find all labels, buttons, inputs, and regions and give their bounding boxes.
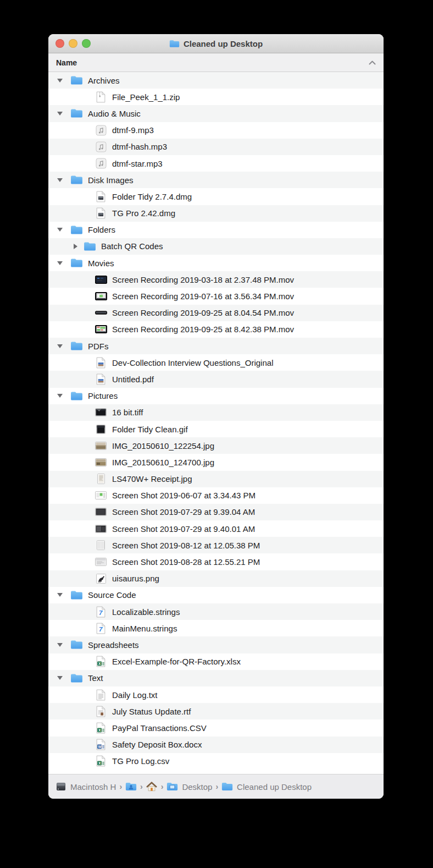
file-row[interactable]: File_Peek_1_1.zip: [48, 89, 384, 105]
file-row[interactable]: Screen Recording 2019-03-18 at 2.37.48 P…: [48, 271, 384, 288]
disclosure-triangle[interactable]: [57, 177, 63, 183]
file-row[interactable]: WSafety Deposit Box.docx: [48, 737, 384, 753]
path-item[interactable]: [146, 781, 158, 793]
file-row[interactable]: Daily Log.txt: [48, 686, 384, 703]
shot-gray-icon: [95, 556, 107, 568]
file-name: Audio & Music: [88, 109, 141, 118]
file-row[interactable]: dtmf-9.mp3: [48, 122, 384, 139]
file-name: PDFs: [88, 342, 109, 351]
file-row[interactable]: Folder Tidy 2.7.4.dmg: [48, 188, 384, 205]
disclosure-triangle[interactable]: [57, 78, 63, 84]
file-row[interactable]: dtmf-hash.mp3: [48, 139, 384, 155]
path-item-label: Desktop: [182, 782, 212, 792]
folder-row[interactable]: Text: [48, 670, 384, 686]
disclosure-triangle[interactable]: [57, 111, 63, 117]
pdf-icon: [95, 356, 107, 369]
path-item-label: Macintosh H: [70, 782, 116, 792]
file-name: TG Pro 2.42.dmg: [112, 208, 175, 218]
disclosure-triangle[interactable]: [57, 592, 63, 598]
file-row[interactable]: IMG_20150610_124700.jpg: [48, 454, 384, 470]
disclosure-triangle[interactable]: [57, 642, 63, 648]
strings-icon: 7: [95, 606, 107, 618]
minimize-button[interactable]: [69, 39, 77, 48]
audio-icon: [95, 124, 107, 136]
file-name: Daily Log.txt: [112, 690, 158, 700]
folder-row[interactable]: Movies: [48, 255, 384, 271]
file-row[interactable]: Folder Tidy Clean.gif: [48, 421, 384, 437]
path-item[interactable]: [125, 781, 137, 793]
file-row[interactable]: Screen Recording 2019-09-25 at 8.42.38 P…: [48, 321, 384, 338]
path-item[interactable]: Desktop: [166, 781, 212, 793]
svg-text:7: 7: [99, 609, 103, 616]
title-bar[interactable]: Cleaned up Desktop: [48, 34, 384, 53]
shot-dark2-icon: [95, 523, 107, 535]
path-bar[interactable]: Macintosh H›››Desktop›Cleaned up Desktop: [48, 774, 384, 799]
name-column-label[interactable]: Name: [56, 58, 77, 67]
file-name: TG Pro Log.csv: [112, 756, 169, 766]
folder-row[interactable]: Source Code: [48, 587, 384, 603]
folder-row[interactable]: Archives: [48, 72, 384, 89]
file-name: IMG_20150610_124700.jpg: [112, 458, 214, 467]
folder-row[interactable]: Spreadsheets: [48, 636, 384, 653]
file-name: Text: [88, 673, 103, 683]
file-row[interactable]: 7MainMenu.strings: [48, 620, 384, 636]
file-row[interactable]: Screen Shot 2019-06-07 at 3.34.43 PM: [48, 487, 384, 504]
folder-row[interactable]: Folders: [48, 222, 384, 238]
folder-row[interactable]: Audio & Music: [48, 105, 384, 122]
file-row[interactable]: IMG_20150610_122254.jpg: [48, 437, 384, 454]
svg-text:X: X: [98, 662, 101, 666]
file-name: Excel-Example-for-QR-Factory.xlsx: [112, 657, 241, 666]
pdf-icon: [95, 373, 107, 386]
file-row[interactable]: Dev-Collection Interview Questions_Origi…: [48, 354, 384, 371]
file-row[interactable]: Screen Recording 2019-07-16 at 3.56.34 P…: [48, 288, 384, 304]
disclosure-triangle[interactable]: [57, 675, 63, 681]
file-row[interactable]: LS470W+ Receipt.jpg: [48, 471, 384, 487]
folder-row[interactable]: Disk Images: [48, 172, 384, 188]
disclosure-triangle[interactable]: [57, 227, 63, 233]
img-receipt-icon: [95, 473, 107, 485]
file-row[interactable]: dtmf-star.mp3: [48, 155, 384, 172]
excel-icon: X: [95, 755, 107, 767]
column-header[interactable]: Name: [48, 53, 384, 72]
word-icon: W: [95, 738, 107, 751]
file-name: Pictures: [88, 391, 118, 400]
disclosure-triangle[interactable]: [57, 343, 63, 349]
disclosure-triangle[interactable]: [57, 260, 63, 266]
file-row[interactable]: Untitled.pdf: [48, 371, 384, 387]
folder-row[interactable]: Pictures: [48, 388, 384, 404]
file-row[interactable]: XPayPal Transactions.CSV: [48, 719, 384, 736]
shot-dark-icon: [95, 506, 107, 518]
file-row[interactable]: Screen Shot 2019-08-12 at 12.05.38 PM: [48, 537, 384, 553]
path-separator: ›: [140, 782, 143, 791]
file-row[interactable]: Screen Shot 2019-07-29 at 9.39.04 AM: [48, 504, 384, 520]
dmg-icon: [95, 207, 107, 219]
file-row[interactable]: 16 bit.tiff: [48, 404, 384, 421]
folder-row[interactable]: Batch QR Codes: [48, 238, 384, 255]
file-row[interactable]: uisaurus.png: [48, 570, 384, 587]
path-item[interactable]: Macintosh H: [55, 781, 116, 793]
file-row[interactable]: XExcel-Example-for-QR-Factory.xlsx: [48, 653, 384, 670]
close-button[interactable]: [55, 39, 64, 48]
file-row[interactable]: Screen Shot 2019-08-28 at 12.55.21 PM: [48, 553, 384, 570]
file-row[interactable]: July Status Update.rtf: [48, 703, 384, 719]
file-name: Folders: [88, 225, 115, 234]
img-brown-icon: [95, 440, 107, 452]
disclosure-triangle[interactable]: [57, 393, 63, 399]
movie4-icon: [95, 323, 107, 336]
file-row[interactable]: TG Pro 2.42.dmg: [48, 205, 384, 222]
folder-icon: [70, 223, 83, 236]
sort-ascending-chevron-icon: [369, 61, 376, 65]
svg-text:X: X: [98, 728, 101, 732]
folder-row[interactable]: PDFs: [48, 338, 384, 354]
file-row[interactable]: Screen Shot 2019-07-29 at 9.40.01 AM: [48, 520, 384, 537]
file-row[interactable]: XTG Pro Log.csv: [48, 753, 384, 770]
zoom-button[interactable]: [82, 39, 91, 48]
file-row[interactable]: 7Localizable.strings: [48, 603, 384, 620]
window-title: Cleaned up Desktop: [169, 39, 263, 48]
file-row[interactable]: Screen Recording 2019-09-25 at 8.04.54 P…: [48, 305, 384, 321]
file-name: Folder Tidy 2.7.4.dmg: [112, 192, 192, 201]
path-item[interactable]: Cleaned up Desktop: [221, 781, 312, 793]
excel-icon: X: [95, 722, 107, 734]
disclosure-triangle[interactable]: [73, 243, 79, 249]
file-name: Screen Recording 2019-09-25 at 8.42.38 P…: [112, 325, 294, 334]
